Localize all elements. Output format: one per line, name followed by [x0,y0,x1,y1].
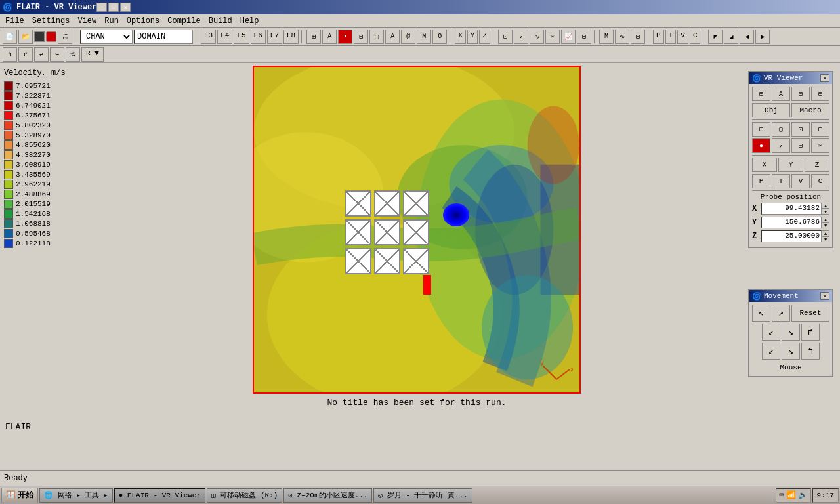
x-down-arrow[interactable]: ▼ [822,209,830,215]
f6-btn[interactable]: F6 [251,30,266,44]
chan-dropdown[interactable]: CHAN [80,30,133,44]
vr-btn-r2[interactable]: ▢ [772,122,790,136]
maximize-button[interactable]: □ [108,3,119,12]
y-up-arrow[interactable]: ▲ [822,217,830,222]
z-down-arrow[interactable]: ▼ [822,236,830,242]
tb-icon13[interactable]: ⊟ [577,30,591,44]
z-value[interactable]: 25.00000 [761,230,822,242]
vr-btn-r5[interactable]: ● [752,138,770,153]
mov-btn-dr[interactable]: ↘ [782,324,800,341]
x-btn[interactable]: X [455,30,466,44]
tb-open-btn[interactable]: 📂 [18,30,33,44]
menu-run[interactable]: Run [100,15,123,27]
vr-btn-grid1[interactable]: ⊞ [752,87,770,101]
tb-icon6[interactable]: A [385,30,400,44]
mov-btn-r4[interactable]: ↙ [762,343,780,360]
f8-btn[interactable]: F8 [284,30,299,44]
vr-c-btn[interactable]: C [811,174,830,188]
tb-icon11[interactable]: ✂ [545,30,560,44]
mov-reset-btn[interactable]: Reset [791,304,830,322]
tb2-btn3[interactable]: ↩ [34,47,49,62]
vr-btn-r1[interactable]: ⊞ [752,122,770,136]
tb-icon-m[interactable]: M [417,30,431,44]
tb-icon14[interactable]: M [599,30,614,44]
taskbar-network[interactable]: 🌐 网络 ▸ 工具 ▸ [39,488,113,503]
tb-icon12[interactable]: 📈 [561,30,576,44]
vr-x-btn[interactable]: X [752,158,777,172]
tb-icon1[interactable]: ⊞ [306,30,321,44]
menu-build[interactable]: Build [205,15,236,27]
y-down-arrow[interactable]: ▼ [822,222,830,228]
vr-v-btn[interactable]: V [791,174,810,188]
tb-icon8[interactable]: ⊡ [498,30,513,44]
f3-btn[interactable]: F3 [201,30,216,44]
vr-btn-grid2[interactable]: ⊟ [791,87,810,101]
f5-btn[interactable]: F5 [234,30,249,44]
vr-btn-r6[interactable]: ↗ [772,138,790,153]
tb2-btn1[interactable]: ↰ [3,47,17,62]
tb-print-btn[interactable]: 🖨 [58,30,72,44]
mov-btn-ul[interactable]: ↖ [752,304,770,322]
y-value[interactable]: 150.6786 [761,217,822,228]
v-btn[interactable]: V [677,30,688,44]
tb-arrow4[interactable]: ▶ [755,30,770,44]
c-btn[interactable]: C [690,30,701,44]
tb-arrow2[interactable]: ◢ [724,30,738,44]
domain-input[interactable] [134,30,193,44]
menu-help[interactable]: Help [236,15,263,27]
mov-btn-ur[interactable]: ↗ [772,304,790,322]
z-btn[interactable]: Z [479,30,490,44]
f7-btn[interactable]: F7 [267,30,282,44]
menu-options[interactable]: Options [123,15,163,27]
tb-icon9[interactable]: ↗ [514,30,528,44]
vr-t-btn[interactable]: T [772,174,790,188]
tb-icon-o[interactable]: O [432,30,447,44]
mov-btn-r6[interactable]: ↰ [801,343,820,360]
vr-btn-r3[interactable]: ⊡ [791,122,810,136]
x-value[interactable]: 99.43182 [761,203,822,215]
tb-icon16[interactable]: ⊟ [631,30,645,44]
r-dropdown[interactable]: R ▼ [81,47,104,62]
tb2-btn4[interactable]: ↪ [50,47,64,62]
menu-file[interactable]: File [1,15,28,27]
vr-btn-expand[interactable]: ⊞ [811,87,830,101]
vr-btn-a[interactable]: A [772,87,790,101]
vr-btn-r7[interactable]: ⊟ [791,138,810,153]
tb-arrow3[interactable]: ◀ [740,30,754,44]
p-btn[interactable]: P [653,30,664,44]
menu-compile[interactable]: Compile [163,15,204,27]
menu-view[interactable]: View [74,15,100,27]
taskbar-zone[interactable]: ⊙ Z=20m的小区速度... [284,488,372,503]
start-button[interactable]: 🪟 开始 [1,488,38,503]
vr-macro-btn[interactable]: Macro [791,103,830,117]
taskbar-flair[interactable]: ● FLAIR - VR Viewer [114,488,205,503]
mov-btn-dl[interactable]: ↙ [762,324,780,341]
taskbar-disk[interactable]: ◫ 可移动磁盘 (K:) [207,488,282,503]
tb-icon7[interactable]: @ [401,30,415,44]
tb-icon15[interactable]: ∿ [615,30,629,44]
f4-btn[interactable]: F4 [217,30,232,44]
x-up-arrow[interactable]: ▲ [822,203,830,209]
tb-circle-btn[interactable] [46,32,56,42]
tb-icon5[interactable]: ▢ [369,30,384,44]
z-up-arrow[interactable]: ▲ [822,230,830,236]
tb-icon10[interactable]: ∿ [530,30,544,44]
minimize-button[interactable]: ─ [96,3,107,12]
tb-arrow1[interactable]: ◤ [708,30,723,44]
movement-close[interactable]: ✕ [820,292,830,300]
tb-square-btn[interactable] [34,32,45,42]
cfd-viewport[interactable]: x y [253,66,581,394]
menu-settings[interactable]: Settings [28,15,74,27]
vr-z-btn[interactable]: Z [805,158,830,172]
vr-viewer-close[interactable]: ✕ [820,74,830,82]
tb-new-btn[interactable]: 📄 [3,30,17,44]
vr-obj-btn[interactable]: Obj [752,103,790,117]
vr-p-btn[interactable]: P [752,174,770,188]
vr-btn-r8[interactable]: ✂ [811,138,830,153]
tb-icon4[interactable]: ⊟ [354,30,368,44]
vr-y-btn[interactable]: Y [778,158,803,172]
y-btn[interactable]: Y [467,30,478,44]
t-btn[interactable]: T [665,30,677,44]
mov-btn-r3[interactable]: ↱ [801,324,820,341]
taskbar-music[interactable]: ◎ 岁月 - 千千静听 黄... [373,488,472,503]
